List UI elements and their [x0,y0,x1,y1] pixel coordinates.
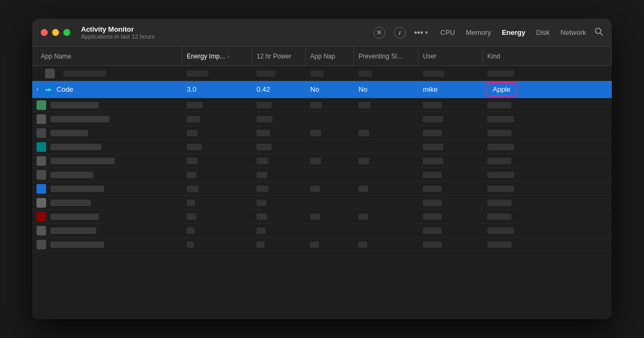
table-body: › </> Code 3.0 0.42 No No [32,66,612,319]
window-title: Activity Monitor [81,25,155,33]
window-subtitle: Applications in last 12 hours [81,33,155,40]
cell-user: mike [419,85,483,93]
title-controls: ✕ i ••• ▾ [374,27,428,39]
table-row[interactable] [32,182,612,196]
col-header-user[interactable]: User [419,47,483,65]
tab-cpu[interactable]: CPU [441,26,455,39]
tab-energy[interactable]: Energy [502,26,525,39]
app-icon: </> [43,85,53,94]
tab-network[interactable]: Network [560,26,586,39]
search-button[interactable] [595,27,603,38]
cell-app-name: › </> Code [32,85,182,94]
minimize-button[interactable] [52,29,59,36]
col-header-app-nap[interactable]: App Nap [306,47,354,65]
table-row[interactable] [32,238,612,252]
more-options-button[interactable]: ••• ▾ [414,28,428,38]
table-row[interactable] [32,224,612,238]
activity-monitor-window: Activity Monitor Applications in last 12… [32,19,612,319]
nav-tabs: CPU Memory Energy Disk Network [441,26,586,39]
table-row[interactable] [32,112,612,126]
table-row[interactable] [32,210,612,224]
table-row[interactable] [32,126,612,140]
svg-line-1 [601,33,603,35]
table-row[interactable] [32,196,612,210]
tab-memory[interactable]: Memory [466,26,491,39]
table-row-selected[interactable]: › </> Code 3.0 0.42 No No [32,81,612,98]
col-header-preventing[interactable]: Preventing Sl... [354,47,419,65]
close-button[interactable] [41,29,48,36]
expand-arrow-icon[interactable]: › [36,86,38,92]
table-row[interactable] [32,140,612,154]
sort-arrow-icon: ↓ [227,53,230,59]
cell-power: 0.42 [252,85,306,93]
info-button[interactable]: i [394,27,406,39]
table-row[interactable] [32,154,612,168]
table-row[interactable] [32,66,612,81]
cell-preventing: No [354,85,419,93]
kind-value-highlighted: Apple [487,84,516,94]
col-header-power[interactable]: 12 hr Power [252,47,306,65]
app-name-text: Code [56,85,73,93]
stop-button[interactable]: ✕ [374,27,385,39]
col-header-energy-imp[interactable]: Energy Imp... ↓ [182,47,252,65]
svg-text:</>: </> [46,87,52,92]
table-row[interactable] [32,168,612,182]
title-info: Activity Monitor Applications in last 12… [81,25,155,40]
col-header-kind[interactable]: Kind [483,47,612,65]
cell-kind: Apple [483,84,612,94]
title-bar: Activity Monitor Applications in last 12… [32,19,612,47]
maximize-button[interactable] [63,29,70,36]
tab-disk[interactable]: Disk [536,26,550,39]
cell-app-nap: No [306,85,354,93]
table-row[interactable] [32,98,612,112]
column-headers: App Name Energy Imp... ↓ 12 hr Power App… [32,47,612,66]
traffic-lights [41,29,70,36]
cell-energy: 3.0 [182,85,252,93]
col-header-app-name[interactable]: App Name [32,47,182,65]
